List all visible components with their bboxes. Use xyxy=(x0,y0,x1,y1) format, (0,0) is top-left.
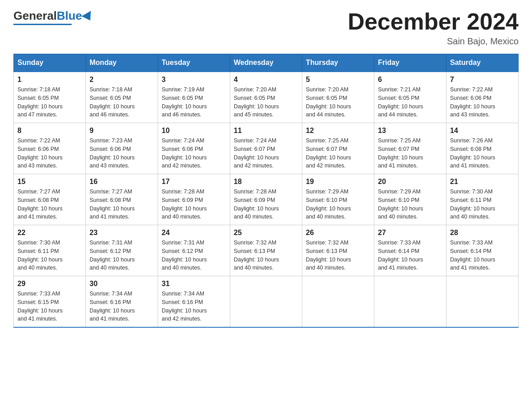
day-number: 2 xyxy=(90,76,154,84)
day-info: Sunrise: 7:24 AMSunset: 6:07 PMDaylight:… xyxy=(234,137,298,170)
table-row: 21Sunrise: 7:30 AMSunset: 6:11 PMDayligh… xyxy=(446,174,519,225)
table-row xyxy=(374,276,446,328)
day-number: 7 xyxy=(450,76,515,84)
table-row: 2Sunrise: 7:18 AMSunset: 6:05 PMDaylight… xyxy=(86,72,158,123)
day-number: 30 xyxy=(90,280,154,288)
day-info: Sunrise: 7:25 AMSunset: 6:07 PMDaylight:… xyxy=(306,137,370,170)
day-number: 3 xyxy=(162,76,226,84)
header-day-sunday: Sunday xyxy=(14,54,86,72)
week-row-2: 8Sunrise: 7:22 AMSunset: 6:06 PMDaylight… xyxy=(14,123,519,174)
table-row: 24Sunrise: 7:31 AMSunset: 6:12 PMDayligh… xyxy=(158,225,230,276)
table-row: 20Sunrise: 7:29 AMSunset: 6:10 PMDayligh… xyxy=(374,174,446,225)
header-day-monday: Monday xyxy=(86,54,158,72)
day-number: 12 xyxy=(306,127,370,135)
table-row: 25Sunrise: 7:32 AMSunset: 6:13 PMDayligh… xyxy=(230,225,302,276)
day-number: 9 xyxy=(90,127,154,135)
week-row-1: 1Sunrise: 7:18 AMSunset: 6:05 PMDaylight… xyxy=(14,72,519,123)
table-row: 28Sunrise: 7:33 AMSunset: 6:14 PMDayligh… xyxy=(446,225,519,276)
table-row: 22Sunrise: 7:30 AMSunset: 6:11 PMDayligh… xyxy=(14,225,86,276)
table-row: 26Sunrise: 7:32 AMSunset: 6:13 PMDayligh… xyxy=(302,225,374,276)
table-row: 3Sunrise: 7:19 AMSunset: 6:05 PMDaylight… xyxy=(158,72,230,123)
table-row: 8Sunrise: 7:22 AMSunset: 6:06 PMDaylight… xyxy=(14,123,86,174)
title-section: December 2024 Sain Bajo, Mexico xyxy=(348,9,519,47)
day-number: 23 xyxy=(90,229,154,237)
table-row: 31Sunrise: 7:34 AMSunset: 6:16 PMDayligh… xyxy=(158,276,230,328)
week-row-3: 15Sunrise: 7:27 AMSunset: 6:08 PMDayligh… xyxy=(14,174,519,225)
table-row: 13Sunrise: 7:25 AMSunset: 6:07 PMDayligh… xyxy=(374,123,446,174)
table-row: 7Sunrise: 7:22 AMSunset: 6:06 PMDaylight… xyxy=(446,72,519,123)
day-info: Sunrise: 7:23 AMSunset: 6:06 PMDaylight:… xyxy=(90,137,154,170)
day-info: Sunrise: 7:29 AMSunset: 6:10 PMDaylight:… xyxy=(378,188,442,221)
header-row: SundayMondayTuesdayWednesdayThursdayFrid… xyxy=(14,54,519,72)
table-row: 10Sunrise: 7:24 AMSunset: 6:06 PMDayligh… xyxy=(158,123,230,174)
day-info: Sunrise: 7:26 AMSunset: 6:08 PMDaylight:… xyxy=(450,137,515,170)
day-info: Sunrise: 7:31 AMSunset: 6:12 PMDaylight:… xyxy=(90,239,154,272)
header-day-saturday: Saturday xyxy=(446,54,519,72)
table-row: 16Sunrise: 7:27 AMSunset: 6:08 PMDayligh… xyxy=(86,174,158,225)
day-info: Sunrise: 7:30 AMSunset: 6:11 PMDaylight:… xyxy=(17,239,82,272)
day-info: Sunrise: 7:30 AMSunset: 6:11 PMDaylight:… xyxy=(450,188,515,221)
day-info: Sunrise: 7:33 AMSunset: 6:14 PMDaylight:… xyxy=(378,239,442,272)
day-number: 20 xyxy=(378,178,442,186)
day-info: Sunrise: 7:34 AMSunset: 6:16 PMDaylight:… xyxy=(90,290,154,323)
day-number: 25 xyxy=(234,229,298,237)
day-info: Sunrise: 7:19 AMSunset: 6:05 PMDaylight:… xyxy=(162,86,226,119)
day-number: 13 xyxy=(378,127,442,135)
day-number: 22 xyxy=(17,229,82,237)
table-row: 27Sunrise: 7:33 AMSunset: 6:14 PMDayligh… xyxy=(374,225,446,276)
table-row: 18Sunrise: 7:28 AMSunset: 6:09 PMDayligh… xyxy=(230,174,302,225)
day-info: Sunrise: 7:27 AMSunset: 6:08 PMDaylight:… xyxy=(90,188,154,221)
table-row: 14Sunrise: 7:26 AMSunset: 6:08 PMDayligh… xyxy=(446,123,519,174)
header-day-wednesday: Wednesday xyxy=(230,54,302,72)
header-day-thursday: Thursday xyxy=(302,54,374,72)
header-day-friday: Friday xyxy=(374,54,446,72)
header-day-tuesday: Tuesday xyxy=(158,54,230,72)
day-number: 10 xyxy=(162,127,226,135)
day-number: 15 xyxy=(17,178,82,186)
day-number: 1 xyxy=(17,76,82,84)
day-info: Sunrise: 7:28 AMSunset: 6:09 PMDaylight:… xyxy=(162,188,226,221)
day-number: 19 xyxy=(306,178,370,186)
day-number: 8 xyxy=(17,127,82,135)
table-row: 12Sunrise: 7:25 AMSunset: 6:07 PMDayligh… xyxy=(302,123,374,174)
day-number: 11 xyxy=(234,127,298,135)
week-row-4: 22Sunrise: 7:30 AMSunset: 6:11 PMDayligh… xyxy=(14,225,519,276)
day-info: Sunrise: 7:31 AMSunset: 6:12 PMDaylight:… xyxy=(162,239,226,272)
table-row: 11Sunrise: 7:24 AMSunset: 6:07 PMDayligh… xyxy=(230,123,302,174)
logo-underline xyxy=(13,24,72,25)
day-info: Sunrise: 7:22 AMSunset: 6:06 PMDaylight:… xyxy=(450,86,515,119)
day-number: 14 xyxy=(450,127,515,135)
day-number: 5 xyxy=(306,76,370,84)
day-info: Sunrise: 7:33 AMSunset: 6:14 PMDaylight:… xyxy=(450,239,515,272)
day-info: Sunrise: 7:34 AMSunset: 6:16 PMDaylight:… xyxy=(162,290,226,323)
day-info: Sunrise: 7:32 AMSunset: 6:13 PMDaylight:… xyxy=(306,239,370,272)
logo: General Blue xyxy=(13,9,94,25)
logo-blue-text: Blue xyxy=(57,9,94,23)
day-number: 29 xyxy=(17,280,82,288)
day-number: 28 xyxy=(450,229,515,237)
table-row: 6Sunrise: 7:21 AMSunset: 6:05 PMDaylight… xyxy=(374,72,446,123)
day-info: Sunrise: 7:28 AMSunset: 6:09 PMDaylight:… xyxy=(234,188,298,221)
day-number: 18 xyxy=(234,178,298,186)
table-row: 29Sunrise: 7:33 AMSunset: 6:15 PMDayligh… xyxy=(14,276,86,328)
week-row-5: 29Sunrise: 7:33 AMSunset: 6:15 PMDayligh… xyxy=(14,276,519,328)
table-row: 1Sunrise: 7:18 AMSunset: 6:05 PMDaylight… xyxy=(14,72,86,123)
day-number: 4 xyxy=(234,76,298,84)
day-info: Sunrise: 7:21 AMSunset: 6:05 PMDaylight:… xyxy=(378,86,442,119)
day-info: Sunrise: 7:22 AMSunset: 6:06 PMDaylight:… xyxy=(17,137,82,170)
table-row: 30Sunrise: 7:34 AMSunset: 6:16 PMDayligh… xyxy=(86,276,158,328)
day-number: 31 xyxy=(162,280,226,288)
calendar-table: SundayMondayTuesdayWednesdayThursdayFrid… xyxy=(13,54,519,328)
table-row: 15Sunrise: 7:27 AMSunset: 6:08 PMDayligh… xyxy=(14,174,86,225)
table-row xyxy=(302,276,374,328)
table-row xyxy=(446,276,519,328)
table-row xyxy=(230,276,302,328)
table-row: 23Sunrise: 7:31 AMSunset: 6:12 PMDayligh… xyxy=(86,225,158,276)
day-number: 27 xyxy=(378,229,442,237)
day-number: 6 xyxy=(378,76,442,84)
day-info: Sunrise: 7:18 AMSunset: 6:05 PMDaylight:… xyxy=(17,86,82,119)
table-row: 19Sunrise: 7:29 AMSunset: 6:10 PMDayligh… xyxy=(302,174,374,225)
day-number: 26 xyxy=(306,229,370,237)
day-info: Sunrise: 7:25 AMSunset: 6:07 PMDaylight:… xyxy=(378,137,442,170)
logo-triangle-icon xyxy=(82,11,95,23)
